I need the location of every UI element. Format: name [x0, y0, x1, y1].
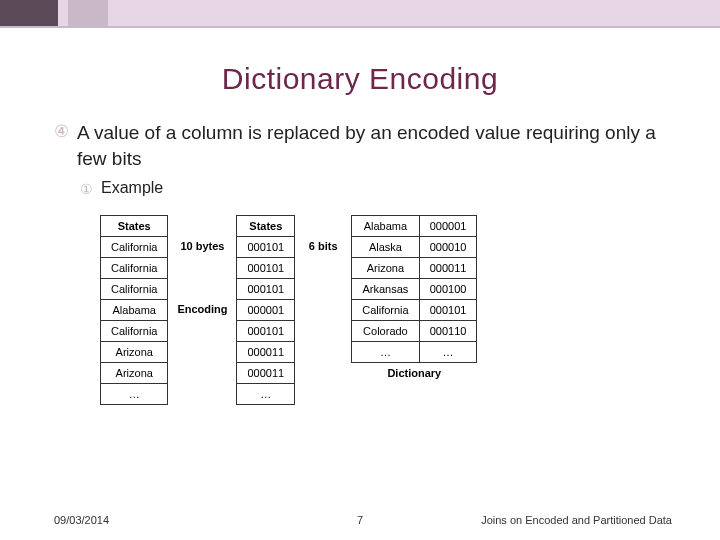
table-cell: 000101: [237, 237, 295, 258]
dict-val: …: [419, 342, 477, 363]
table-header: States: [101, 216, 168, 237]
table-cell: …: [101, 384, 168, 405]
decorative-block: [0, 0, 58, 26]
dict-key: …: [352, 342, 419, 363]
table-cell: 000101: [237, 279, 295, 300]
table-cell: California: [101, 279, 168, 300]
bullet-main-text: A value of a column is replaced by an en…: [77, 120, 680, 171]
dict-key: Arizona: [352, 258, 419, 279]
table-cell: Alabama: [101, 300, 168, 321]
decorative-block: [58, 0, 68, 26]
dict-val: 000010: [419, 237, 477, 258]
dict-key: Colorado: [352, 321, 419, 342]
decorative-block: [68, 0, 108, 26]
annotation-left-column: 10 bytes Encoding: [172, 215, 232, 320]
states-raw-table: States California California California …: [100, 215, 168, 405]
slide-top-bar: [0, 0, 720, 28]
encoding-arrow-label: Encoding: [172, 299, 232, 320]
table-cell: California: [101, 321, 168, 342]
bullet-circle-1-icon: ①: [80, 179, 93, 199]
table-cell: California: [101, 237, 168, 258]
bullet-sub-text: Example: [101, 179, 163, 197]
table-cell: 000011: [237, 363, 295, 384]
table-cell: 000101: [237, 258, 295, 279]
dictionary-caption: Dictionary: [351, 367, 477, 379]
footer-source: Joins on Encoded and Partitioned Data: [481, 514, 672, 526]
dict-key: California: [352, 300, 419, 321]
table-cell: 000011: [237, 342, 295, 363]
table-cell: …: [237, 384, 295, 405]
dict-key: Alabama: [352, 216, 419, 237]
states-encoded-table: States 000101 000101 000101 000001 00010…: [236, 215, 295, 405]
dictionary-block: Alabama000001 Alaska000010 Arizona000011…: [351, 215, 477, 379]
size-label-encoded: 6 bits: [299, 236, 347, 257]
annotation-right-column: 6 bits: [299, 215, 347, 257]
dict-key: Arkansas: [352, 279, 419, 300]
dict-val: 000001: [419, 216, 477, 237]
dict-key: Alaska: [352, 237, 419, 258]
size-label-raw: 10 bytes: [172, 236, 232, 257]
footer-date: 09/03/2014: [54, 514, 109, 526]
footer-page-number: 7: [357, 514, 363, 526]
dict-val: 000100: [419, 279, 477, 300]
table-cell: California: [101, 258, 168, 279]
bullet-main: ④ A value of a column is replaced by an …: [54, 120, 680, 171]
page-title: Dictionary Encoding: [0, 62, 720, 96]
dict-val: 000011: [419, 258, 477, 279]
table-cell: Arizona: [101, 363, 168, 384]
table-cell: Arizona: [101, 342, 168, 363]
dictionary-table: Alabama000001 Alaska000010 Arizona000011…: [351, 215, 477, 363]
dict-val: 000110: [419, 321, 477, 342]
bullet-circle-4-icon: ④: [54, 120, 69, 144]
table-cell: 000101: [237, 321, 295, 342]
dict-val: 000101: [419, 300, 477, 321]
slide-footer: 09/03/2014 7 Joins on Encoded and Partit…: [0, 514, 720, 526]
table-cell: 000001: [237, 300, 295, 321]
bullet-sub: ① Example: [80, 179, 680, 199]
table-header: States: [237, 216, 295, 237]
